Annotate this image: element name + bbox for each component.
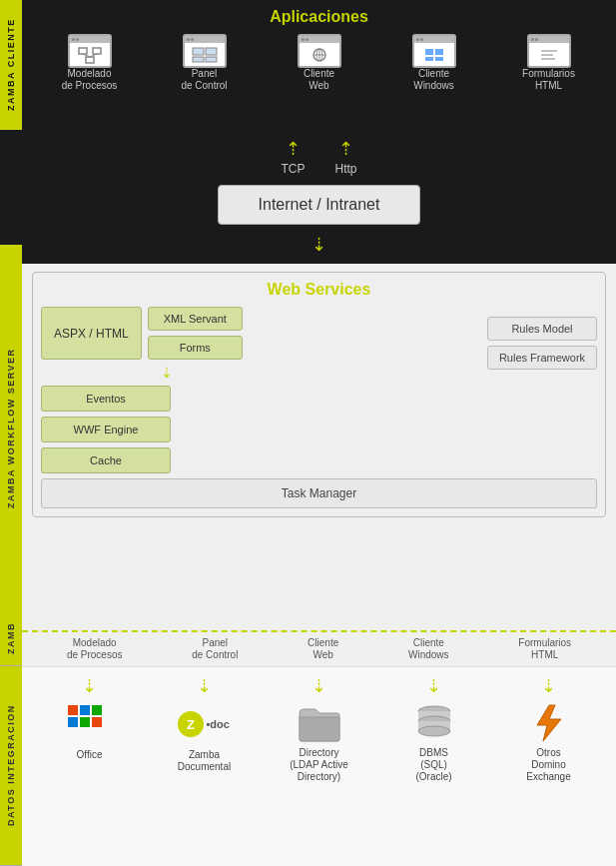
windows-label: ClienteWindows (413, 68, 454, 92)
modelado-icon (68, 34, 112, 68)
sidebar-zamba-workflow: ZAMBA WORKFLOW SERVER (0, 245, 22, 611)
zamb-html: FormulariosHTML (518, 637, 571, 661)
datos-dbms: DBMS(SQL)(Oracle) (391, 703, 476, 783)
exchange-icon (527, 703, 571, 743)
icon-bar (529, 36, 569, 43)
icon-content (300, 43, 339, 66)
svg-rect-23 (80, 717, 90, 727)
panel-icon (183, 34, 227, 68)
datos-arrow-5: ⇣ (541, 675, 556, 697)
section-aplicaciones: Aplicaciones (22, 0, 616, 130)
svg-marker-33 (537, 705, 561, 741)
datos-icons-row: Office Z •doc ZambaDocumental (32, 703, 606, 783)
datos-office: Office (47, 703, 132, 761)
http-text: Http (334, 162, 356, 176)
windows-icon (412, 34, 456, 68)
sidebar-label-workflow: ZAMBA WORKFLOW SERVER (6, 348, 16, 508)
task-manager-box: Task Manager (41, 478, 597, 508)
wwf-label: WWF Engine (74, 424, 139, 435)
zamb-row: Modeladode Procesos Panelde Control Clie… (32, 637, 606, 661)
rules-col: Rules Model Rules Framework (487, 317, 597, 370)
aspx-label: ASPX / HTML (54, 327, 129, 341)
svg-rect-1 (93, 48, 101, 54)
svg-rect-7 (193, 57, 204, 62)
zamb-windows: ClienteWindows (408, 637, 449, 661)
app-html: FormulariosHTML (509, 34, 589, 92)
svg-rect-0 (79, 48, 87, 54)
xml-box: XML Servant (148, 307, 243, 331)
datos-zamba-doc: Z •doc ZambaDocumental (162, 703, 247, 773)
forms-box: Forms (148, 336, 243, 360)
intranet-box: Internet / Intranet (218, 185, 421, 225)
intranet-label: Internet / Intranet (259, 196, 380, 213)
svg-rect-20 (68, 705, 78, 715)
datos-arrow-3: ⇣ (311, 675, 326, 697)
office-label: Office (77, 749, 103, 761)
section-zamb: Modeladode Procesos Panelde Control Clie… (22, 630, 616, 666)
app-panel: Panelde Control (165, 34, 245, 92)
cache-label: Cache (90, 454, 122, 466)
rules-framework-box: Rules Framework (487, 346, 597, 370)
datos-exchange: OtrosDominoExchange (506, 703, 591, 783)
svg-rect-15 (425, 57, 433, 61)
zamba-doc-label: ZambaDocumental (178, 749, 231, 773)
webservices-title: Web Services (41, 281, 597, 299)
apps-row: Modeladode Procesos (32, 34, 606, 92)
app-windows: ClienteWindows (394, 34, 474, 92)
directory-label: Directory(LDAP ActiveDirectory) (290, 747, 348, 783)
app-modelado: Modeladode Procesos (50, 34, 130, 92)
html-icon (527, 34, 571, 68)
icon-bar (414, 36, 454, 43)
exchange-label: OtrosDominoExchange (526, 747, 570, 783)
icon-content (70, 43, 110, 66)
svg-rect-8 (206, 57, 217, 62)
icon-bar (185, 36, 225, 43)
html-label: FormulariosHTML (522, 68, 575, 92)
web-icon (298, 34, 341, 68)
dbms-icon (412, 703, 456, 743)
modelado-label: Modeladode Procesos (62, 68, 118, 92)
datos-arrow-1: ⇣ (82, 675, 97, 697)
web-label: ClienteWeb (304, 68, 334, 92)
zamb-panel: Panelde Control (192, 637, 238, 661)
datos-arrow-2: ⇣ (197, 675, 212, 697)
sidebar-label-cliente: ZAMBA CLIENTE (6, 19, 16, 112)
section-workflow: Web Services ASPX / HTML XML Servant For… (22, 264, 616, 630)
sidebar-label-zamb: ZAMB (6, 622, 16, 654)
svg-rect-21 (80, 705, 90, 715)
task-manager-label: Task Manager (282, 486, 356, 500)
xml-forms-col: XML Servant Forms (148, 307, 243, 360)
zamb-modelado: Modeladode Procesos (67, 637, 123, 661)
rules-framework-label: Rules Framework (499, 352, 585, 364)
forms-label: Forms (180, 342, 211, 354)
workflow-left: ASPX / HTML XML Servant Forms ⇣ (41, 307, 243, 473)
directory-icon (298, 703, 341, 743)
svg-rect-25 (92, 717, 102, 727)
sidebar-label-datos: DATOS INTEGRACION (6, 705, 16, 827)
icon-content (529, 43, 569, 66)
sidebar: ZAMBA CLIENTE ZAMBA WORKFLOW SERVER ZAMB… (0, 0, 22, 866)
svg-rect-5 (193, 48, 204, 55)
zamb-web: ClienteWeb (308, 637, 338, 661)
datos-directory: Directory(LDAP ActiveDirectory) (277, 703, 361, 783)
office-icon (66, 703, 114, 745)
dbms-label: DBMS(SQL)(Oracle) (415, 747, 451, 783)
svg-rect-24 (92, 705, 102, 715)
rules-model-label: Rules Model (511, 323, 572, 335)
svg-rect-6 (206, 48, 217, 55)
icon-content (185, 43, 225, 66)
sidebar-zamba-cliente: ZAMBA CLIENTE (0, 0, 22, 130)
wwf-box: WWF Engine (41, 417, 171, 442)
svg-text:Z: Z (187, 717, 195, 732)
aplicaciones-title: Aplicaciones (32, 8, 606, 26)
rules-model-box: Rules Model (487, 317, 597, 341)
sidebar-zamb: ZAMB (0, 611, 22, 666)
svg-rect-22 (68, 717, 78, 727)
panel-label: Panelde Control (181, 68, 227, 92)
arrow-down-icon: ⇣ (32, 234, 606, 256)
sidebar-datos: DATOS INTEGRACION (0, 666, 22, 866)
cache-box: Cache (41, 447, 171, 473)
icon-bar (70, 36, 110, 43)
http-label: ⇡ Http (334, 138, 356, 176)
svg-point-32 (418, 726, 450, 736)
